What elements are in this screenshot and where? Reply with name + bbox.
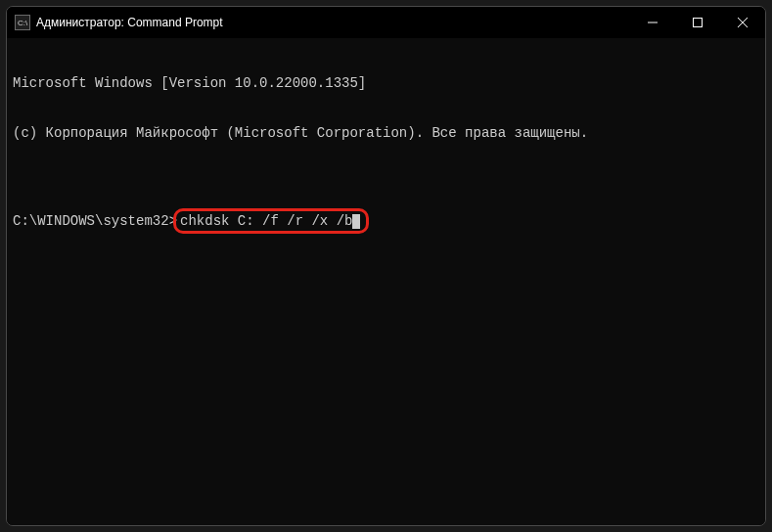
terminal-cursor <box>352 214 360 229</box>
terminal-output[interactable]: Microsoft Windows [Version 10.0.22000.13… <box>7 38 765 525</box>
command-highlight: chkdsk C: /f /r /x /b <box>173 208 369 234</box>
close-button[interactable] <box>720 7 765 38</box>
cmd-icon-glyph: C:\ <box>18 19 27 27</box>
maximize-button[interactable] <box>675 7 720 38</box>
command-prompt-window: C:\ Администратор: Command Prompt <box>6 6 766 526</box>
terminal-line-copyright: (c) Корпорация Майкрософт (Microsoft Cor… <box>13 125 759 142</box>
terminal-prompt-path: C:\WINDOWS\system32> <box>13 213 177 230</box>
minimize-button[interactable] <box>630 7 675 38</box>
window-controls <box>630 7 765 38</box>
maximize-icon <box>693 18 703 27</box>
svg-rect-1 <box>694 19 703 27</box>
terminal-prompt-line: C:\WINDOWS\system32>chkdsk C: /f /r /x /… <box>13 208 759 234</box>
cmd-icon: C:\ <box>15 15 30 30</box>
terminal-command: chkdsk C: /f /r /x /b <box>180 213 352 229</box>
titlebar[interactable]: C:\ Администратор: Command Prompt <box>7 7 765 38</box>
window-title: Администратор: Command Prompt <box>36 16 223 29</box>
terminal-line-version: Microsoft Windows [Version 10.0.22000.13… <box>13 75 759 92</box>
minimize-icon <box>648 18 658 27</box>
close-icon <box>738 18 748 27</box>
